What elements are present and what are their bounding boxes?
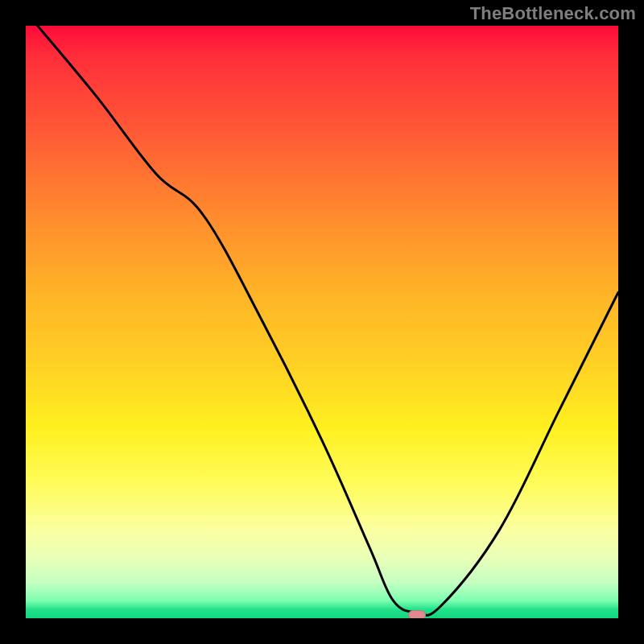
plot-area [26,26,618,618]
chart-stage: TheBottleneck.com [0,0,644,644]
watermark-text: TheBottleneck.com [470,5,636,23]
bottleneck-curve [26,26,618,618]
optimal-marker [408,610,426,618]
